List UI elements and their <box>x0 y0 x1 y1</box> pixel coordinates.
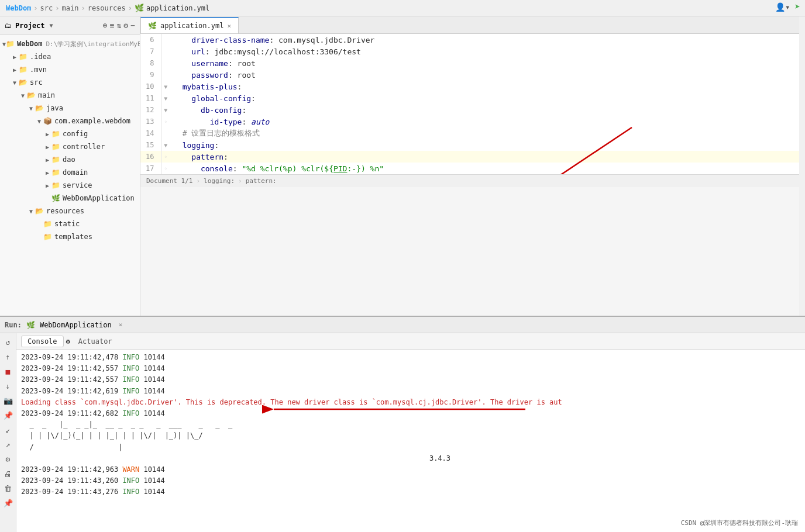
log-spring-3: / | <box>21 442 800 453</box>
status-sep2: › <box>238 177 242 185</box>
run-trash-btn[interactable]: 🗑 <box>2 482 15 495</box>
tree-item-dao[interactable]: ▶ 📁 dao <box>0 153 140 166</box>
sidebar-close-icon[interactable]: − <box>130 21 135 30</box>
tree-item-java[interactable]: ▼ 📂 java <box>0 102 140 115</box>
tree-label-com: com.example.webdom <box>54 117 130 125</box>
editor-scrollbar[interactable] <box>799 16 805 316</box>
run-rerun-btn[interactable]: ↺ <box>2 336 15 348</box>
run-tools: ↺ ↑ ■ ↓ 📷 📌 ↙ ↗ ⚙ 🖨 🗑 📌 <box>0 333 16 532</box>
folder-icon-config: 📁 <box>51 130 60 138</box>
breadcrumb-sep4: › <box>128 4 132 12</box>
run-content: ↺ ↑ ■ ↓ 📷 📌 ↙ ↗ ⚙ 🖨 🗑 📌 Console ⚙ Actuat… <box>0 333 805 532</box>
tab-close-icon[interactable]: × <box>227 22 231 30</box>
folder-icon-idea: 📁 <box>19 53 27 61</box>
line-fold-6 <box>161 34 170 46</box>
tab-yaml-icon: 🌿 <box>148 22 157 30</box>
run-header: Run: 🌿 WebDomApplication × <box>0 317 805 333</box>
user-icon[interactable]: 👤▾ <box>775 2 790 12</box>
tab-application-yml[interactable]: 🌿 application.yml × <box>140 17 239 33</box>
folder-icon-service: 📁 <box>51 181 60 189</box>
log-spring-2: | | |\/|_)(_| | | |_| | | |\/| |_)| |\_/ <box>21 430 800 441</box>
code-line-7: 7 url: jdbc:mysql://localhost:3306/test <box>140 46 799 57</box>
tree-item-webdomapp[interactable]: ▶ 🌿 WebDomApplication <box>0 192 140 205</box>
sidebar: 🗂 Project ▼ ⊕ ≡ ⇅ ⚙ − ▼ 📁 WebDom D:\学习案例… <box>0 16 140 316</box>
run-settings-btn[interactable]: ⚙ <box>2 452 15 465</box>
run-up-btn[interactable]: ↑ <box>2 350 15 363</box>
topbar-right: 👤▾ ➤ <box>775 1 800 12</box>
breadcrumb-sep3: › <box>81 4 85 12</box>
sidebar-sort-icon[interactable]: ⇅ <box>117 21 122 30</box>
breadcrumb-webdom[interactable]: WebDom <box>6 4 31 12</box>
log-line-3: 2023-09-24 19:11:42,557 INFO 10144 <box>21 374 800 385</box>
run-camera-btn[interactable]: 📷 <box>2 394 15 407</box>
folder-icon-domain: 📁 <box>51 168 60 177</box>
folder-icon-java: 📂 <box>35 104 44 112</box>
tree-item-mvn[interactable]: ▶ 📁 .mvn <box>0 63 140 76</box>
code-line-13: 13 ◦ id-type: auto <box>140 116 799 127</box>
tree-item-config[interactable]: ▶ 📁 config <box>0 127 140 140</box>
folder-icon-controller: 📁 <box>51 143 60 151</box>
run-yaml-icon: 🌿 <box>26 321 35 329</box>
tree-label-mvn: .mvn <box>30 65 47 74</box>
run-pin-btn[interactable]: 📌 <box>2 409 15 422</box>
tree-item-idea[interactable]: ▶ 📁 .idea <box>0 50 140 63</box>
folder-icon-webdom: 📁 <box>6 40 15 48</box>
tree-item-domain[interactable]: ▶ 📁 domain <box>0 166 140 179</box>
run-panel: Run: 🌿 WebDomApplication × ↺ ↑ ■ ↓ 📷 📌 ↙… <box>0 316 805 532</box>
run-close-icon[interactable]: × <box>119 321 123 329</box>
tree-item-src[interactable]: ▼ 📂 src <box>0 76 140 89</box>
log-line-5: 2023-09-24 19:11:42,682 INFO 10144 <box>21 408 800 419</box>
breadcrumb-main[interactable]: main <box>62 4 79 12</box>
line-code-6: driver-class-name: com.mysql.jdbc.Driver <box>170 34 799 46</box>
run-stop-btn[interactable]: ■ <box>2 365 15 378</box>
folder-icon-src: 📂 <box>19 78 27 87</box>
tree-item-controller[interactable]: ▶ 📁 controller <box>0 140 140 153</box>
run-down-btn[interactable]: ↓ <box>2 379 15 392</box>
breadcrumb-resources[interactable]: resources <box>88 4 126 12</box>
tree-item-main[interactable]: ▼ 📂 main <box>0 89 140 102</box>
tab-actuator[interactable]: Actuator <box>73 336 118 347</box>
arrow-right-icon[interactable]: ➤ <box>794 1 800 12</box>
log-line-deprecated: Loading class `com.mysql.jdbc.Driver'. T… <box>21 397 800 408</box>
breadcrumb-file[interactable]: application.yml <box>146 4 209 12</box>
sidebar-tree: ▼ 📁 WebDom D:\学习案例\integrationMyBatis\We… <box>0 35 140 316</box>
breadcrumb-src[interactable]: src <box>40 4 53 12</box>
sidebar-add-icon[interactable]: ⊕ <box>103 21 108 30</box>
code-editor[interactable]: 6 driver-class-name: com.mysql.jdbc.Driv… <box>140 34 799 174</box>
tree-item-com[interactable]: ▼ 📦 com.example.webdom <box>0 115 140 127</box>
breadcrumb-yaml-icon: 🌿 <box>135 4 144 12</box>
code-line-14: 14 # 设置日志的模板格式 <box>140 127 799 139</box>
editor-tabs: 🌿 application.yml × <box>140 16 799 34</box>
run-expand-btn[interactable]: 📌 <box>2 496 15 509</box>
log-line-6: 2023-09-24 19:11:43,260 INFO 10144 <box>21 475 800 486</box>
folder-icon-mvn: 📁 <box>19 65 27 74</box>
run-import-btn[interactable]: ↙ <box>2 423 15 436</box>
folder-icon-templates: 📁 <box>43 233 52 241</box>
log-spring-1: _ _ |_ _ _|_ __ _ _ _ _ ___ _ _ _ <box>21 419 800 430</box>
sidebar-list-icon[interactable]: ≡ <box>110 21 115 30</box>
run-print-btn[interactable]: 🖨 <box>2 467 15 480</box>
run-main: Console ⚙ Actuator 2023-09-24 19:11:42,4… <box>16 333 805 532</box>
log-line-warn: 2023-09-24 19:11:42,963 WARN 10144 <box>21 464 800 475</box>
sidebar-dropdown-icon[interactable]: ▼ <box>50 22 53 29</box>
tab-console[interactable]: Console <box>21 336 64 347</box>
tree-item-webdom[interactable]: ▼ 📁 WebDom D:\学习案例\integrationMyBatis\We… <box>0 37 140 50</box>
tree-label-src: src <box>30 78 43 87</box>
run-export-btn[interactable]: ↗ <box>2 438 15 451</box>
tree-label-main: main <box>38 91 55 99</box>
tree-label-webdomapp: WebDomApplication <box>63 194 135 202</box>
folder-icon-main: 📂 <box>27 91 36 99</box>
tree-item-service[interactable]: ▶ 📁 service <box>0 179 140 192</box>
sidebar-title: Project <box>15 22 45 30</box>
tab-label: application.yml <box>160 22 223 30</box>
console-output[interactable]: 2023-09-24 19:11:42,478 INFO 10144 2023-… <box>16 350 805 532</box>
line-num-6: 6 <box>140 34 161 46</box>
log-line-2: 2023-09-24 19:11:42,557 INFO 10144 <box>21 363 800 374</box>
tree-item-static[interactable]: ▶ 📁 static <box>0 217 140 230</box>
tree-label-static: static <box>54 220 80 228</box>
sidebar-folder-icon: 🗂 <box>5 22 12 30</box>
sidebar-settings-icon[interactable]: ⚙ <box>123 21 128 30</box>
tree-item-templates[interactable]: ▶ 📁 templates <box>0 230 140 243</box>
tree-item-resources[interactable]: ▼ 📂 resources <box>0 205 140 217</box>
status-sep1: › <box>196 177 200 185</box>
